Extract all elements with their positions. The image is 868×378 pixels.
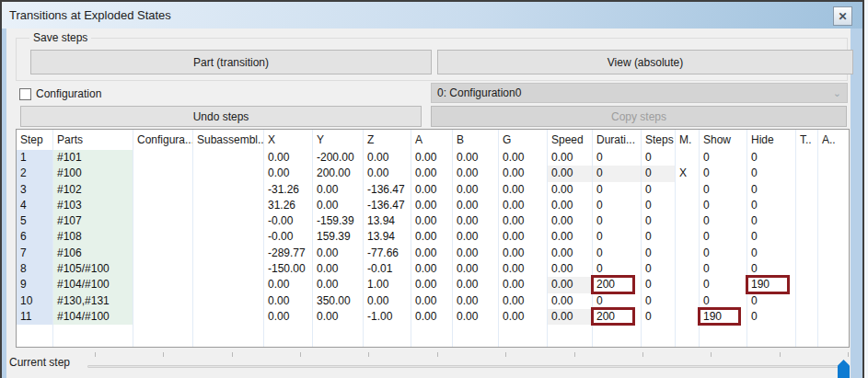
table-cell[interactable]: 0 [700, 293, 746, 309]
column-header[interactable]: Durati... [593, 130, 641, 150]
table-cell[interactable]: 0.00 [364, 293, 411, 309]
table-cell[interactable] [676, 293, 699, 309]
table-cell[interactable] [796, 166, 817, 181]
table-cell[interactable]: 0 [642, 166, 675, 181]
table-cell[interactable]: 9 [17, 277, 52, 292]
table-cell[interactable]: 0.00 [453, 166, 498, 181]
table-cell[interactable]: 0.00 [264, 293, 312, 309]
table-cell[interactable]: 0.00 [453, 150, 498, 166]
table-cell[interactable]: 0.00 [499, 229, 547, 245]
table-cell[interactable] [818, 182, 849, 198]
table-cell[interactable]: 0.00 [548, 150, 592, 166]
table-cell[interactable]: 0.00 [453, 182, 498, 198]
table-cell[interactable] [676, 261, 699, 277]
table-cell[interactable]: 0.00 [499, 198, 547, 213]
table-cell[interactable]: 0 [642, 198, 675, 213]
table-cell[interactable] [818, 246, 849, 261]
table-cell[interactable] [133, 261, 192, 277]
table-cell[interactable]: 0.00 [411, 229, 452, 245]
dialog-titlebar[interactable]: Transitions at Exploded States ✕ [2, 2, 862, 29]
table-cell[interactable]: 0.00 [411, 277, 452, 292]
column-header[interactable]: A [411, 130, 452, 150]
table-cell[interactable] [133, 229, 192, 245]
table-cell[interactable] [676, 198, 699, 213]
table-cell[interactable]: 0.00 [499, 166, 547, 181]
table-cell[interactable] [818, 261, 849, 277]
table-cell[interactable]: 0.00 [499, 293, 547, 309]
column-header[interactable]: Z [364, 130, 411, 150]
table-cell[interactable]: 0.00 [313, 277, 363, 292]
table-cell[interactable]: 200 [593, 277, 641, 292]
table-cell[interactable]: 190 [747, 277, 795, 292]
table-cell[interactable]: -0.00 [264, 229, 312, 245]
column-header[interactable]: Hide [747, 130, 795, 150]
table-cell[interactable]: 0 [700, 213, 746, 229]
table-cell[interactable]: -289.77 [264, 246, 312, 261]
table-cell[interactable] [676, 229, 699, 245]
table-cell[interactable]: 0 [593, 198, 641, 213]
table-cell[interactable]: 0 [642, 182, 675, 198]
table-cell[interactable]: 4 [17, 198, 52, 213]
table-cell[interactable] [818, 277, 849, 292]
table-cell[interactable]: 0 [593, 150, 641, 166]
column-header[interactable]: M. [676, 130, 699, 150]
table-cell[interactable]: 0.00 [548, 277, 592, 292]
table-cell[interactable]: 0.00 [453, 277, 498, 292]
table-cell[interactable]: 0.00 [499, 182, 547, 198]
table-cell[interactable]: 0 [642, 293, 675, 309]
table-cell[interactable]: 10 [17, 293, 52, 309]
table-cell[interactable] [133, 182, 192, 198]
table-cell[interactable]: #107 [53, 213, 133, 229]
table-cell[interactable]: 0.00 [264, 166, 312, 181]
table-cell[interactable]: 0 [593, 182, 641, 198]
table-cell[interactable]: 0 [700, 229, 746, 245]
table-cell[interactable]: 0 [642, 309, 675, 325]
table-cell[interactable]: 0.00 [453, 198, 498, 213]
table-cell[interactable]: 0.00 [548, 213, 592, 229]
table-cell[interactable] [676, 309, 699, 325]
table-cell[interactable]: 0.00 [313, 246, 363, 261]
table-cell[interactable] [796, 261, 817, 277]
table-cell[interactable]: 0 [700, 150, 746, 166]
column-header[interactable]: B [453, 130, 498, 150]
table-cell[interactable]: 31.26 [264, 198, 312, 213]
table-cell[interactable] [796, 182, 817, 198]
table-cell[interactable]: 0 [593, 246, 641, 261]
table-cell[interactable]: #103 [53, 198, 133, 213]
table-cell[interactable]: 0.00 [548, 182, 592, 198]
table-cell[interactable] [133, 309, 192, 325]
table-cell[interactable]: 3 [17, 182, 52, 198]
column-header[interactable]: T.. [796, 130, 817, 150]
table-cell[interactable] [796, 293, 817, 309]
table-cell[interactable]: 350.00 [313, 293, 363, 309]
table-cell[interactable]: 0 [747, 166, 795, 181]
table-cell[interactable]: 0 [593, 213, 641, 229]
table-cell[interactable]: 0 [593, 293, 641, 309]
table-cell[interactable]: 0.00 [313, 309, 363, 325]
table-cell[interactable] [818, 293, 849, 309]
table-cell[interactable]: 200 [593, 309, 641, 325]
table-cell[interactable]: #106 [53, 246, 133, 261]
table-cell[interactable] [193, 261, 263, 277]
table-cell[interactable]: #105/#100 [53, 261, 133, 277]
table-cell[interactable] [796, 309, 817, 325]
table-cell[interactable] [133, 166, 192, 181]
table-cell[interactable]: -1.00 [364, 309, 411, 325]
table-cell[interactable] [193, 293, 263, 309]
table-cell[interactable]: X [676, 166, 699, 181]
close-button[interactable]: ✕ [833, 6, 852, 26]
table-cell[interactable]: 0.00 [264, 277, 312, 292]
table-cell[interactable] [193, 229, 263, 245]
table-cell[interactable] [676, 277, 699, 292]
table-cell[interactable]: 11 [17, 309, 52, 325]
checkbox-box[interactable] [19, 88, 31, 100]
table-cell[interactable]: 0 [747, 309, 795, 325]
table-cell[interactable]: 0.00 [364, 166, 411, 181]
table-cell[interactable]: 0.00 [264, 309, 312, 325]
table-cell[interactable]: 0.00 [453, 293, 498, 309]
table-cell[interactable]: 0.00 [411, 150, 452, 166]
table-cell[interactable] [796, 246, 817, 261]
table-cell[interactable]: 0 [747, 182, 795, 198]
table-cell[interactable]: 0.00 [548, 261, 592, 277]
table-cell[interactable] [193, 182, 263, 198]
